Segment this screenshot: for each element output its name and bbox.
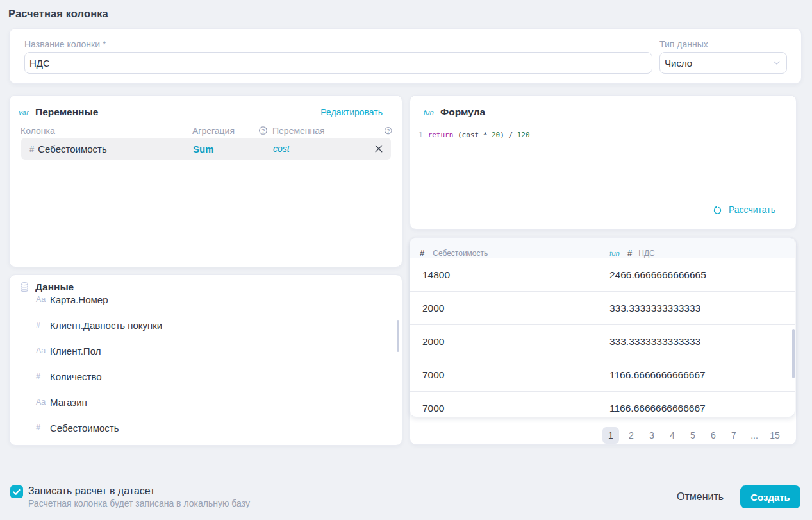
- page-number[interactable]: 4: [664, 427, 681, 444]
- number-field-icon: #: [29, 144, 34, 154]
- field-name: Количество: [50, 371, 102, 382]
- page-number[interactable]: 2: [623, 427, 640, 444]
- edit-variables-link[interactable]: Редактировать: [320, 107, 383, 117]
- cost-cell: 2000: [422, 336, 609, 348]
- data-list-scrollbar[interactable]: [397, 320, 399, 352]
- data-field-item[interactable]: Aa Карта.Номер: [10, 287, 402, 312]
- fun-tag: fun: [609, 249, 620, 257]
- cancel-button[interactable]: Отменить: [677, 491, 724, 503]
- preview-column-1-label: Себестоимость: [433, 249, 488, 258]
- calculate-button[interactable]: Рассчитать: [713, 205, 775, 215]
- pagination: 1 2 3 4 5 6 7 ... 15: [410, 427, 796, 444]
- preview-table-row: 14800 2466.6666666666665: [410, 258, 795, 292]
- close-icon: [373, 143, 385, 155]
- variables-panel: var Переменные Редактировать Колонка Агр…: [9, 95, 402, 267]
- field-type-icon: Aa: [36, 398, 50, 407]
- formula-code: return (cost * 20) / 120: [428, 131, 530, 140]
- variable-row: # Себестоимость Sum cost: [21, 138, 391, 160]
- preview-table-row: 7000 1166.6666666666667: [410, 358, 795, 392]
- variables-panel-header: var Переменные: [19, 106, 98, 119]
- column-header-variable: Переменная: [272, 126, 325, 136]
- field-type-icon: #: [36, 423, 50, 432]
- column-name-label: Название колонки *: [24, 39, 106, 49]
- formula-panel-header: fun Формула: [424, 106, 485, 119]
- data-field-item[interactable]: # Количество: [10, 364, 402, 389]
- page-number[interactable]: 3: [643, 427, 660, 444]
- checkbox-sublabel: Расчетная колонка будет записана в локал…: [28, 498, 250, 508]
- cost-cell: 7000: [422, 369, 609, 381]
- field-type-icon: #: [36, 321, 50, 330]
- fun-tag: fun: [424, 108, 440, 116]
- page-number[interactable]: 7: [725, 427, 742, 444]
- data-field-item[interactable]: Aa Магазин: [10, 389, 402, 415]
- checkmark-icon: [10, 485, 23, 498]
- data-field-item[interactable]: Aa Клиент.Пол: [10, 338, 402, 364]
- preview-column-2-label: НДС: [638, 249, 654, 258]
- cost-cell: 14800: [422, 269, 609, 281]
- cost-cell: 2000: [422, 303, 609, 314]
- preview-table-row: 2000 333.3333333333333: [410, 325, 795, 358]
- page-number[interactable]: 5: [684, 427, 701, 444]
- page-number[interactable]: 6: [705, 427, 722, 444]
- field-name: Себестоимость: [50, 423, 119, 433]
- formula-panel: fun Формула 1 return (cost * 20) / 120 Р…: [410, 95, 797, 230]
- column-settings-card: Название колонки * НДС Тип данных Число: [9, 28, 802, 84]
- vat-cell: 333.3333333333333: [609, 303, 700, 314]
- column-name-input[interactable]: НДС: [24, 52, 652, 74]
- remove-variable-button[interactable]: [373, 143, 385, 155]
- cost-cell: 7000: [422, 403, 609, 414]
- svg-text:?: ?: [387, 128, 390, 134]
- field-type-icon: Aa: [36, 295, 50, 304]
- field-name: Карта.Номер: [50, 294, 108, 305]
- page-number[interactable]: 1: [602, 427, 619, 444]
- vat-cell: 1166.6666666666667: [609, 369, 706, 381]
- preview-table-scrollbar[interactable]: [792, 329, 795, 378]
- page-number[interactable]: 15: [766, 427, 783, 444]
- calculated-column-dialog: Расчетная колонка Название колонки * НДС…: [0, 0, 812, 520]
- data-type-select[interactable]: Число: [659, 52, 787, 74]
- create-button[interactable]: Создать: [740, 485, 800, 508]
- help-icon[interactable]: ?: [259, 126, 267, 135]
- formula-title: Формула: [440, 106, 485, 118]
- field-name: Клиент.Пол: [50, 346, 101, 356]
- column-header-column: Колонка: [21, 126, 55, 136]
- chevron-down-icon: [774, 60, 780, 66]
- data-fields-list: Aa Карта.Номер # Клиент.Давность покупки…: [10, 287, 402, 440]
- preview-table-row: 7000 1166.6666666666667: [410, 392, 795, 417]
- data-type-value: Число: [665, 58, 692, 69]
- preview-table-header: # Себестоимость fun # НДС: [410, 238, 795, 258]
- variable-name[interactable]: cost: [273, 144, 290, 154]
- variable-aggregation[interactable]: Sum: [193, 144, 214, 155]
- data-field-item[interactable]: # Клиент.Давность покупки: [10, 312, 402, 338]
- number-column-icon: #: [627, 248, 632, 258]
- line-number: 1: [418, 131, 423, 140]
- column-header-aggregation: Агрегация: [192, 126, 235, 136]
- column-name-value: НДС: [29, 58, 50, 69]
- variable-column-name: Себестоимость: [38, 144, 172, 155]
- variables-title: Переменные: [35, 106, 98, 118]
- page-title: Расчетная колонка: [8, 8, 108, 20]
- data-type-label: Тип данных: [659, 39, 708, 49]
- formula-editor[interactable]: 1 return (cost * 20) / 120: [418, 131, 530, 140]
- vat-cell: 333.3333333333333: [609, 336, 700, 348]
- data-field-item[interactable]: # Себестоимость: [10, 415, 402, 440]
- svg-text:?: ?: [261, 127, 265, 134]
- data-fields-panel: Данные Aa Карта.Номер # Клиент.Давность …: [9, 274, 402, 446]
- preview-table-row: 2000 333.3333333333333: [410, 292, 795, 325]
- field-name: Магазин: [50, 397, 87, 408]
- preview-table: # Себестоимость fun # НДС 14800 2466.666…: [410, 237, 795, 417]
- page-number[interactable]: ...: [746, 427, 763, 444]
- preview-panel: # Себестоимость fun # НДС 14800 2466.666…: [410, 237, 797, 445]
- vat-cell: 2466.6666666666665: [609, 269, 706, 281]
- number-column-icon: #: [420, 248, 424, 258]
- refresh-icon: [713, 206, 722, 214]
- save-to-dataset-checkbox[interactable]: [10, 485, 23, 498]
- field-type-icon: #: [36, 372, 50, 381]
- checkbox-label: Записать расчет в датасет: [28, 485, 154, 497]
- field-type-icon: Aa: [36, 346, 50, 355]
- preview-table-body: 14800 2466.6666666666665 2000 333.333333…: [410, 258, 795, 417]
- vat-cell: 1166.6666666666667: [609, 403, 706, 414]
- help-icon[interactable]: ?: [385, 127, 392, 135]
- field-name: Клиент.Давность покупки: [50, 320, 162, 331]
- var-tag: var: [19, 108, 35, 116]
